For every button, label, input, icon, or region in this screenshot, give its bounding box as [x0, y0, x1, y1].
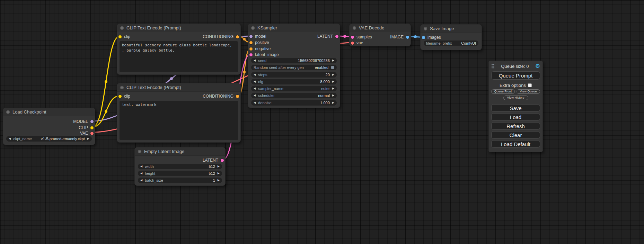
output-dot-vae[interactable]	[90, 132, 94, 135]
prompt-textarea[interactable]: beautiful scenery nature glass bottle la…	[120, 41, 238, 72]
collapse-dot[interactable]	[424, 27, 427, 30]
arrow-left-icon[interactable]: ◀	[254, 87, 256, 90]
node-title-bar[interactable]: Empty Latent Image	[135, 147, 225, 156]
view-history-button[interactable]: View History	[503, 96, 528, 100]
output-dot-clip[interactable]	[90, 126, 94, 129]
arrow-left-icon[interactable]: ◀	[254, 80, 256, 83]
arrow-right-icon[interactable]: ▶	[332, 94, 334, 97]
queue-prompt-button[interactable]: Queue Prompt	[491, 71, 540, 80]
arrow-left-icon[interactable]: ◀	[140, 179, 142, 182]
graph-canvas[interactable]: Load Checkpoint MODEL CLIP VAE ◀ ckpt_na…	[0, 0, 644, 244]
node-title-bar[interactable]: CLIP Text Encode (Prompt)	[117, 24, 240, 32]
widget-random-seed-toggle[interactable]: Random seed after every gen enabled	[251, 65, 337, 70]
input-dot-conditioning[interactable]	[249, 47, 253, 51]
collapse-dot[interactable]	[251, 26, 255, 30]
drag-handle-icon[interactable]	[491, 64, 495, 69]
widget-denoise[interactable]: ◀ denoise 1.000 ▶	[251, 100, 337, 106]
widget-batch-size[interactable]: ◀ batch_size 1 ▶	[138, 178, 222, 183]
arrow-right-icon[interactable]: ▶	[218, 172, 220, 175]
widget-cfg[interactable]: ◀ cfg 8.000 ▶	[251, 79, 337, 84]
view-queue-button[interactable]: View Queue	[517, 89, 540, 94]
node-clip-text-encode-positive[interactable]: CLIP Text Encode (Prompt) clip CONDITION…	[117, 24, 241, 75]
slot-label: LATENT	[317, 34, 333, 39]
input-slot-samples: samples	[351, 34, 372, 40]
toggle-knob[interactable]	[331, 66, 334, 69]
node-empty-latent-image[interactable]: Empty Latent Image LATENT ◀ width 512 ▶ …	[134, 147, 226, 186]
collapse-dot[interactable]	[120, 86, 124, 89]
node-title-bar[interactable]: KSampler	[248, 24, 340, 32]
arrow-left-icon[interactable]: ◀	[140, 172, 142, 175]
input-dot-conditioning[interactable]	[249, 41, 253, 44]
wire-dot-conditioning-negative[interactable]	[243, 71, 246, 73]
output-dot-latent[interactable]	[221, 159, 224, 162]
widget-ckpt-name[interactable]: ◀ ckpt_name v1-5-pruned-emaonly.ckpt ▶	[6, 136, 92, 142]
input-slot-clip: clip	[118, 34, 130, 40]
arrow-left-icon[interactable]: ◀	[254, 59, 256, 62]
node-title-bar[interactable]: CLIP Text Encode (Prompt)	[117, 83, 240, 92]
load-button[interactable]: Load	[491, 113, 540, 121]
wire-dot-latent-out[interactable]	[343, 35, 346, 38]
widget-height[interactable]: ◀ height 512 ▶	[138, 171, 222, 176]
input-dot-clip[interactable]	[118, 35, 122, 38]
node-ksampler[interactable]: KSampler model positive negative latent_…	[248, 24, 340, 108]
widget-value: 156680208700286	[298, 58, 330, 63]
collapse-dot[interactable]	[138, 150, 141, 153]
arrow-right-icon[interactable]: ▶	[87, 137, 89, 140]
arrow-right-icon[interactable]: ▶	[332, 59, 334, 62]
settings-gear-icon[interactable]: ⚙	[535, 63, 540, 69]
collapse-dot[interactable]	[6, 110, 10, 114]
widget-filename-prefix[interactable]: filename_prefix ComfyUI	[424, 40, 478, 46]
extra-options-checkbox[interactable]	[528, 83, 532, 87]
arrow-right-icon[interactable]: ▶	[218, 165, 220, 168]
clear-button[interactable]: Clear	[491, 131, 540, 139]
wire-dot-clip-negative[interactable]	[105, 110, 107, 113]
widget-width[interactable]: ◀ width 512 ▶	[138, 164, 222, 169]
output-dot-conditioning[interactable]	[236, 95, 239, 98]
arrow-right-icon[interactable]: ▶	[332, 101, 334, 104]
input-dot-latent[interactable]	[249, 53, 253, 56]
arrow-left-icon[interactable]: ◀	[254, 73, 256, 76]
input-dot-image[interactable]	[422, 36, 425, 39]
widget-seed[interactable]: ◀ seed 156680208700286 ▶	[251, 58, 337, 63]
arrow-left-icon[interactable]: ◀	[254, 101, 256, 104]
node-vae-decode[interactable]: VAE Decode samples vae IMAGE	[349, 24, 411, 46]
input-dot-clip[interactable]	[118, 95, 122, 98]
wire-dot-conditioning-positive[interactable]	[243, 38, 246, 40]
wire-dot-image[interactable]	[414, 35, 417, 38]
arrow-left-icon[interactable]: ◀	[140, 165, 142, 168]
output-dot-image[interactable]	[406, 36, 409, 39]
output-dot-model[interactable]	[90, 120, 94, 123]
node-clip-text-encode-negative[interactable]: CLIP Text Encode (Prompt) clip CONDITION…	[117, 83, 241, 143]
queue-front-button[interactable]: Queue Front	[491, 89, 515, 94]
arrow-right-icon[interactable]: ▶	[332, 80, 334, 83]
node-title-bar[interactable]: Load Checkpoint	[3, 108, 95, 116]
collapse-dot[interactable]	[120, 26, 124, 30]
prompt-textarea[interactable]: text, watermark	[120, 101, 238, 140]
arrow-left-icon[interactable]: ◀	[9, 137, 11, 140]
input-dot-model[interactable]	[249, 35, 253, 38]
load-default-button[interactable]: Load Default	[491, 140, 540, 148]
node-title-bar[interactable]: Save Image	[421, 25, 482, 33]
collapse-dot[interactable]	[353, 26, 356, 30]
widget-scheduler[interactable]: ◀ scheduler normal ▶	[251, 93, 337, 98]
refresh-button[interactable]: Refresh	[491, 122, 540, 130]
widget-value: normal	[318, 93, 330, 98]
node-title-bar[interactable]: VAE Decode	[350, 24, 411, 32]
wire-dot-model[interactable]	[170, 77, 173, 80]
widget-sampler-name[interactable]: ◀ sampler_name euler ▶	[251, 86, 337, 91]
arrow-right-icon[interactable]: ▶	[332, 87, 334, 90]
save-button[interactable]: Save	[491, 104, 540, 112]
input-dot-vae[interactable]	[351, 42, 354, 45]
arrow-right-icon[interactable]: ▶	[218, 179, 220, 182]
arrow-left-icon[interactable]: ◀	[254, 94, 256, 97]
widget-steps[interactable]: ◀ steps 20 ▶	[251, 72, 337, 78]
arrow-right-icon[interactable]: ▶	[332, 73, 334, 76]
slot-label: latent_image	[255, 52, 279, 57]
output-dot-conditioning[interactable]	[236, 35, 239, 38]
node-load-checkpoint[interactable]: Load Checkpoint MODEL CLIP VAE ◀ ckpt_na…	[3, 108, 95, 145]
input-dot-latent[interactable]	[351, 36, 354, 39]
node-save-image[interactable]: Save Image images filename_prefix ComfyU…	[420, 24, 482, 50]
widget-value: 1.000	[320, 101, 330, 105]
output-dot-latent[interactable]	[335, 35, 338, 38]
wire-dot-clip-positive[interactable]	[105, 80, 107, 83]
